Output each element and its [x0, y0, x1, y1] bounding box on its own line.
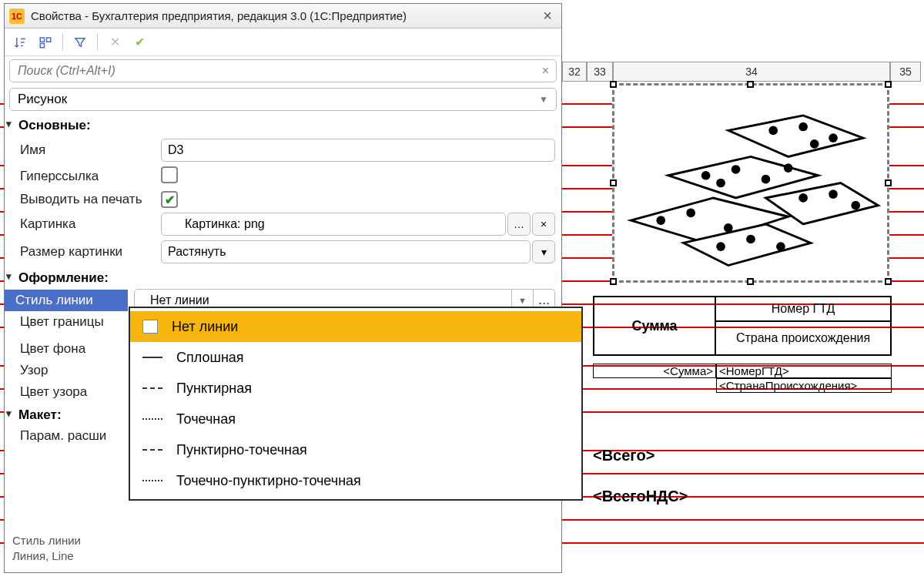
svg-point-5	[656, 216, 665, 225]
chevron-down-icon: ▼	[539, 94, 548, 105]
col-34[interactable]: 34	[613, 62, 890, 82]
col-35[interactable]: 35	[890, 62, 921, 82]
ph-total-vat: <ВсегоНДС>	[593, 488, 688, 505]
svg-point-10	[762, 175, 771, 184]
resize-handle[interactable]	[885, 81, 892, 88]
svg-point-19	[776, 242, 785, 251]
categories-button[interactable]	[35, 32, 55, 52]
svg-point-22	[810, 139, 819, 149]
sort-button[interactable]	[11, 32, 31, 52]
titlebar[interactable]: 1C Свойства - Бухгалтерия предприятия, р…	[5, 4, 561, 28]
opt-label: Точечно-пунктирно-точечная	[176, 473, 361, 489]
status-hint: Стиль линии Линия, Line	[5, 527, 561, 572]
label-picsize: Размер картинки	[11, 244, 161, 260]
toolbar: ✕ ✔	[5, 28, 561, 56]
search-input[interactable]	[9, 59, 557, 82]
svg-point-17	[716, 242, 725, 251]
resize-handle[interactable]	[747, 81, 754, 88]
app-icon: 1C	[9, 8, 25, 24]
header-sum: Сумма	[593, 296, 716, 356]
svg-rect-23	[40, 38, 44, 42]
opt-dot-dash-dot[interactable]: Точечно-пунктирно-точечная	[130, 465, 581, 496]
svg-point-12	[798, 122, 808, 132]
picsize-dropdown-button[interactable]: ▾	[532, 240, 555, 263]
header-country: Страна происхождения	[716, 322, 892, 356]
filter-button[interactable]	[70, 32, 90, 52]
accept-icon[interactable]: ✔	[129, 32, 149, 52]
resize-handle[interactable]	[885, 278, 892, 285]
header-gtd: Номер ГТД	[716, 296, 892, 322]
name-input[interactable]	[161, 139, 555, 162]
svg-point-15	[829, 189, 838, 199]
svg-rect-25	[40, 43, 44, 47]
ph-sum: <Сумма>	[593, 364, 716, 378]
resize-handle[interactable]	[610, 278, 617, 285]
opt-label: Пунктирно-точечная	[176, 442, 307, 458]
opt-label: Сплошная	[176, 350, 244, 366]
picsize-select[interactable]	[161, 240, 531, 263]
svg-point-6	[686, 209, 695, 218]
hint-line2: Линия, Line	[12, 548, 554, 564]
hint-line1: Стиль линии	[12, 533, 554, 548]
resize-handle[interactable]	[885, 179, 892, 186]
dotted-line-icon	[142, 418, 162, 420]
svg-point-9	[732, 165, 741, 174]
label-name: Имя	[11, 142, 161, 158]
svg-point-18	[746, 235, 755, 244]
svg-point-14	[798, 193, 808, 203]
svg-point-13	[829, 133, 838, 142]
svg-point-16	[851, 201, 860, 210]
section-basic[interactable]: Основные:	[5, 113, 561, 136]
resize-handle[interactable]	[747, 278, 754, 285]
opt-solid[interactable]: Сплошная	[130, 342, 581, 373]
label-hyperlink: Гиперссылка	[11, 169, 161, 184]
svg-point-8	[701, 171, 711, 180]
picture-clear-button[interactable]: ×	[532, 213, 555, 236]
picture-object-d3[interactable]	[612, 83, 889, 283]
type-value: Рисунок	[18, 92, 67, 107]
svg-rect-24	[47, 38, 51, 42]
opt-label: Нет линии	[172, 319, 238, 335]
solid-line-icon	[142, 357, 162, 358]
svg-point-11	[768, 126, 778, 136]
opt-dashed[interactable]: Пунктирная	[130, 373, 581, 404]
section-format[interactable]: Оформление:	[5, 266, 561, 289]
no-line-icon	[142, 320, 158, 334]
ph-gtd: <НомерГТД>	[716, 364, 892, 378]
picture-browse-button[interactable]: …	[507, 213, 531, 236]
cancel-icon[interactable]: ✕	[105, 32, 125, 52]
close-icon[interactable]: ×	[538, 7, 557, 25]
line-style-dropdown[interactable]: Нет линии Сплошная Пунктирная Точечная П…	[129, 307, 583, 501]
label-picture: Картинка	[11, 216, 161, 232]
svg-point-7	[724, 223, 733, 233]
search-box[interactable]: ×	[9, 59, 557, 82]
svg-marker-2	[728, 116, 863, 157]
col-33[interactable]: 33	[587, 62, 613, 82]
ph-total: <Всего>	[593, 447, 688, 464]
window-title: Свойства - Бухгалтерия предприятия, реда…	[31, 9, 407, 22]
svg-point-20	[716, 179, 725, 188]
type-select[interactable]: Рисунок ▼	[9, 88, 557, 111]
svg-point-21	[784, 163, 793, 173]
label-print: Выводить на печать	[11, 192, 161, 207]
opt-label: Пунктирная	[176, 381, 252, 397]
label-line-style[interactable]: Стиль линии	[5, 290, 128, 311]
opt-dash-dot[interactable]: Пунктирно-точечная	[130, 434, 581, 465]
resize-handle[interactable]	[610, 179, 617, 186]
doc-table: Сумма Номер ГТД Страна происхождения <Су…	[593, 296, 901, 393]
dashed-line-icon	[142, 387, 162, 389]
col-32[interactable]: 32	[562, 62, 587, 82]
domino-image	[614, 85, 887, 280]
totals: <Всего> <ВсегоНДС>	[593, 447, 688, 528]
clear-search-icon[interactable]: ×	[542, 64, 549, 78]
resize-handle[interactable]	[610, 81, 617, 88]
opt-label: Точечная	[176, 411, 236, 427]
opt-dotted[interactable]: Точечная	[130, 404, 581, 434]
hyperlink-checkbox[interactable]	[161, 166, 178, 183]
dash-dot-line-icon	[142, 449, 162, 451]
print-checkbox[interactable]: ✔	[161, 191, 178, 208]
opt-no-line[interactable]: Нет линии	[130, 311, 581, 342]
ph-country: <СтранаПроисхождения>	[716, 378, 892, 393]
picture-field[interactable]	[161, 213, 506, 236]
dot-dash-dot-line-icon	[142, 480, 162, 481]
